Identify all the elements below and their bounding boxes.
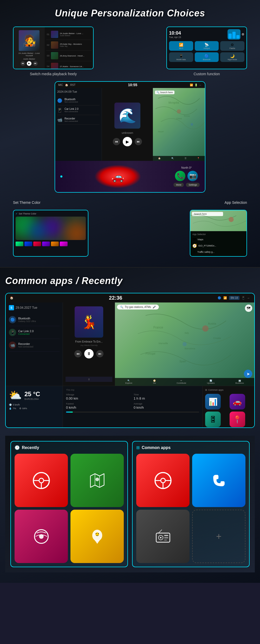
recently-app-steering[interactable] (15, 454, 68, 507)
weather-humidity: 💧 7% (9, 407, 16, 410)
swatch-green[interactable] (16, 242, 23, 246)
average-label: Average (134, 402, 199, 405)
main-screen-wrapper: MIC 🏠 RST 10:55 📶 🔋 ← 2024.04. (55, 81, 205, 193)
map-explore-btn[interactable]: 🔍Explore (125, 380, 132, 384)
track-list-panel: 01 24.Justin Bieber - Love ... Justin Bi… (45, 27, 93, 69)
mic-icon-dash[interactable]: 🎤 (153, 306, 156, 308)
recorder-icon: 📹 (57, 117, 62, 122)
theme-preview (16, 217, 86, 240)
carlink-title: Car Link 2.0 (64, 108, 79, 110)
dash-home-icon[interactable]: 🏠 (10, 296, 14, 300)
play-main-btn[interactable]: ▶ (123, 137, 132, 146)
main-playback-controls[interactable]: ⏮ ▶ ⏭ (113, 137, 142, 146)
svg-point-7 (202, 325, 209, 332)
section2-title: Common apps / Recently (5, 275, 255, 286)
dash-play-btn[interactable]: ⏸ (84, 349, 94, 358)
next-btn-mini[interactable]: ⏭ (33, 61, 38, 66)
common-apps-grid: 📊 🚗 🎛 📍 (205, 394, 252, 427)
media-player-screen: 🧑‍🎤 24.Justin Bieber - Love Yourself Jus… (13, 27, 94, 69)
common-app-2[interactable]: 🚗 (230, 394, 245, 409)
map-search-label: 🔍 Search here (155, 91, 174, 94)
recently-app-nav[interactable] (70, 510, 124, 563)
top-screenshots-row: 🧑‍🎤 24.Justin Bieber - Love Yourself Jus… (5, 27, 255, 69)
common-app-3[interactable]: 🎛 (205, 412, 221, 427)
dash-back-icon[interactable]: ← (247, 296, 250, 300)
app-sel-item-maps[interactable]: 🗺 Maps (190, 236, 246, 243)
fastest-value: 0 km/h (66, 406, 132, 409)
back-icon[interactable]: ← (199, 84, 202, 86)
map-bottom-nav: 🏠 🔍 ☰ 📍 (153, 156, 205, 161)
dash-playback-controls[interactable]: ⏮ ⏸ ⏭ (74, 349, 103, 358)
dash-expand-btn[interactable]: ⬆ (66, 377, 112, 382)
swatch-blue[interactable] (24, 242, 32, 246)
track-item[interactable]: 01 24.Justin Bieber - Love ... Justin Bi… (46, 29, 92, 40)
dash-next-btn[interactable]: ⏭ (96, 350, 103, 357)
swatch-pink[interactable] (60, 242, 68, 246)
map-locate-btn[interactable]: ➤ (244, 370, 252, 378)
svg-text:Marseille: Marseille (159, 342, 168, 345)
settings-icon-qs[interactable]: ⚙ Palette (220, 41, 244, 51)
more-button[interactable]: More (173, 183, 184, 187)
map-nav-menu[interactable]: ☰ (185, 157, 186, 160)
dash-prev-btn[interactable]: ⏮ (74, 350, 82, 357)
swatch-orange[interactable] (51, 242, 59, 246)
prev-main-btn[interactable]: ⏮ (113, 138, 120, 145)
common-app-add[interactable]: + (192, 510, 245, 563)
wifi-toggle[interactable]: 📶 Wi-Fi (169, 41, 193, 51)
app-sel-item-longpress[interactable]: 👆 Long Press (190, 255, 246, 257)
dash-map-search[interactable]: 🔍 Try gas stations, ATMs 🎤 (117, 305, 159, 310)
common-app-4[interactable]: 📍 (230, 412, 245, 427)
map-nav-search[interactable]: 🔍 (171, 157, 174, 160)
map-nav-home[interactable]: 🏠 (158, 157, 161, 160)
song-name-mini: 24.Justin Bieber - Love Yourself (16, 52, 43, 57)
map-contribute-btn[interactable]: ✏Contribute (177, 380, 186, 384)
dash-cl-icon-item: 📱 (9, 329, 16, 336)
app-sel-item-igo[interactable]: 🧭 iGO_P719WDv... (190, 243, 246, 249)
map-business-btn[interactable]: 🏢Business (236, 380, 244, 384)
common-app-1[interactable]: 📊 (205, 394, 221, 409)
map-updates-btn[interactable]: 🔄Updates (207, 380, 215, 384)
map-go-btn[interactable]: 🧭Go (153, 380, 156, 384)
igo-icon-sel: 🧭 (192, 244, 197, 248)
app-sel-item-traffic[interactable]: ⚠ Traffic safety g... (190, 249, 246, 255)
settings-button[interactable]: Settings (186, 183, 200, 187)
media-controls-mini[interactable]: ⏮ ▶ ⏭ (21, 61, 38, 66)
hotspot-toggle[interactable]: 📡 Hotspot (195, 41, 219, 51)
common-app-radio[interactable] (136, 510, 190, 563)
swatch-purple[interactable] (42, 242, 50, 246)
svg-point-1 (191, 123, 193, 126)
recently-title: Recently (22, 445, 39, 450)
dash-rec-title: Recorder (18, 342, 60, 345)
main-center-panel: 🌊 unknown ⏮ ▶ ⏭ (102, 88, 153, 161)
recorder-title: Recorder (64, 117, 78, 120)
recently-box: 🕐 Recently (10, 441, 128, 567)
fastest-label: Fastest (66, 402, 132, 405)
personalization-section: Unique Personalization Choices 🧑‍🎤 24.Ju… (0, 0, 260, 267)
track-item[interactable]: 04 27.Adele - Someone Lik... (46, 61, 92, 69)
map-layers-btn[interactable]: 🗺 (245, 305, 252, 312)
common-apps-mini-panel: ⊞ Common apps 📊 🚗 🎛 📍 (202, 386, 254, 427)
recently-app-audio[interactable] (15, 510, 68, 563)
home-icon[interactable]: 🏠 (65, 84, 68, 86)
bluetooth-toggle[interactable]: 🔵 Bluetooth (195, 52, 219, 62)
play-btn-mini[interactable]: ▶ (27, 61, 31, 66)
mobile-toggle[interactable]: 📱 Mobile data (169, 52, 193, 62)
night-toggle[interactable]: 🌙 Night Mode (220, 52, 244, 62)
swatch-red[interactable] (33, 242, 41, 246)
track-item[interactable]: 02 25.Katie Sky - Monsters Katie Sky (46, 40, 92, 50)
app-selection-screen: Search here App Selector 🗺 Maps 🧭 iGO_P7… (190, 210, 247, 257)
trip-time: Time 1 h 8 m (134, 393, 199, 400)
theme-title-label: Set Theme Color (19, 212, 36, 215)
dash-carlink-item: 📱 Car Link 2.0 Connected (9, 326, 60, 339)
map-nav-route[interactable]: 📍 (197, 157, 200, 160)
common-app-phone[interactable] (192, 454, 245, 507)
next-main-btn[interactable]: ⏭ (135, 138, 142, 145)
phone-app-icon[interactable]: 📞 (175, 171, 185, 181)
svg-rect-42 (164, 537, 168, 538)
recently-app-maps[interactable] (70, 454, 124, 507)
main-status-bar: MIC 🏠 RST 10:55 📶 🔋 ← (55, 82, 205, 88)
camera-app-icon[interactable]: 📷 (187, 171, 198, 181)
common-app-steering[interactable] (136, 454, 190, 507)
track-item[interactable]: 03 26.Amy Diamond - Heart... (46, 50, 92, 61)
prev-btn-mini[interactable]: ⏮ (21, 61, 25, 66)
